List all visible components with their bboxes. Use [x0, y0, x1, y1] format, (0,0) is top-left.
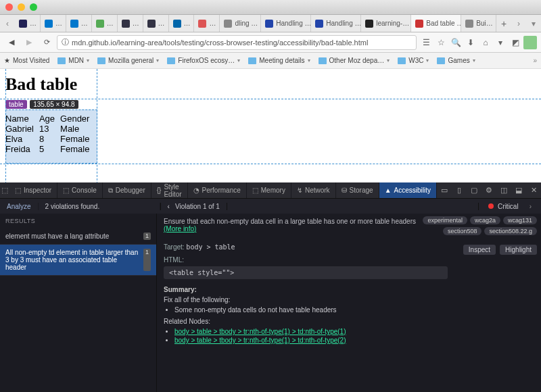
fix-item: Some non-empty data cells do not have ta… — [174, 306, 534, 314]
bookmark-label: Most Visited — [13, 57, 49, 64]
browser-tab[interactable]: Handling … — [311, 15, 361, 32]
close-devtools-icon[interactable]: ✕ — [526, 182, 541, 198]
bookmark-item[interactable]: Meeting details▾ — [248, 57, 310, 64]
reader-mode-icon[interactable]: ☰ — [419, 36, 433, 49]
fix-label: Fix all of the following: — [164, 296, 534, 303]
table-cell: Female — [60, 134, 95, 144]
bookmark-item[interactable]: MDN▾ — [57, 57, 89, 64]
bookmark-label: MDN — [68, 57, 84, 64]
new-tab-button[interactable]: + — [496, 15, 511, 32]
browser-tab[interactable]: Handling … — [261, 15, 311, 32]
tab-label: Debugger — [116, 187, 145, 194]
download-icon[interactable]: ⬇ — [464, 36, 477, 49]
browser-tab[interactable]: … — [169, 15, 195, 32]
bookmark-item[interactable]: Other Moz depa…▾ — [319, 57, 390, 64]
nav-forward-button[interactable]: ▶ — [22, 35, 37, 50]
pocket-icon[interactable]: ▾ — [494, 36, 507, 49]
violation-rule[interactable]: element must have a lang attribute1 — [0, 228, 156, 245]
dock-bottom-icon[interactable]: ⬓ — [511, 182, 526, 198]
devtools-panel: ⬚ ⬚Inspector⬚Console⧉Debugger{}Style Edi… — [0, 182, 541, 392]
browser-tab[interactable]: … — [92, 15, 118, 32]
related-nodes-label: Related Nodes: — [164, 318, 534, 325]
bookmark-item[interactable]: Mozilla general▾ — [97, 57, 159, 64]
hamburger-menu-icon[interactable] — [523, 36, 537, 49]
device-tablet-icon[interactable]: ▢ — [467, 182, 481, 198]
rule-count: 1 — [143, 232, 151, 240]
zoom-window-button[interactable] — [30, 3, 37, 11]
accessibility-subbar: Analyze 2 violations found. ‹ Violation … — [0, 199, 541, 214]
browser-tab[interactable]: … — [118, 15, 143, 32]
devtools-tab-accessibility[interactable]: ▲Accessibility — [379, 182, 437, 198]
related-node-link[interactable]: body > table > tbody > tr:nth-of-type(1)… — [174, 328, 346, 335]
analyze-button[interactable]: Analyze — [0, 203, 39, 210]
search-icon[interactable]: 🔍 — [449, 36, 463, 49]
browser-tab[interactable]: Bad table … — [411, 15, 461, 32]
tab-scroll-left[interactable]: ‹ — [0, 15, 15, 32]
table-cell: Gabriel — [5, 124, 39, 134]
bookmark-item[interactable]: FirefoxOS ecosy…▾ — [167, 57, 240, 64]
bookmarks-overflow[interactable]: » — [533, 57, 537, 64]
devtools-tab-inspector[interactable]: ⬚Inspector — [9, 182, 57, 198]
devtools-tab-debugger[interactable]: ⧉Debugger — [103, 182, 151, 198]
bookmark-item[interactable]: ★Most Visited — [4, 57, 49, 64]
browser-tab[interactable]: … — [194, 15, 220, 32]
rule-count: 1 — [143, 249, 151, 271]
table-cell: Male — [60, 124, 95, 134]
devtools-tab-console[interactable]: ⬚Console — [57, 182, 103, 198]
results-header: RESULTS — [0, 214, 156, 228]
devtools-tab-network[interactable]: ↯Network — [291, 182, 336, 198]
violation-rule[interactable]: All non-empty td element in table larger… — [0, 245, 156, 276]
browser-tab[interactable]: … — [66, 15, 92, 32]
bookmarks-toolbar: ★Most VisitedMDN▾Mozilla general▾Firefox… — [0, 53, 541, 69]
more-info-link[interactable]: (More info) — [164, 225, 196, 232]
critical-dot-icon — [488, 203, 494, 209]
tab-list-dropdown[interactable]: ▾ — [526, 15, 541, 32]
dock-side-icon[interactable]: ◫ — [496, 182, 511, 198]
browser-tab[interactable]: learning-… — [361, 15, 411, 32]
device-phone-icon[interactable]: ▯ — [452, 182, 467, 198]
browser-tab[interactable]: Bui… — [461, 15, 496, 32]
screenshot-icon[interactable]: ◩ — [509, 36, 522, 49]
summary-label: Summary: — [164, 286, 534, 293]
reload-button[interactable]: ⟳ — [39, 35, 54, 50]
folder-icon — [248, 57, 256, 64]
tab-icon: ⬚ — [63, 187, 69, 194]
settings-gear-icon[interactable]: ⚙ — [481, 182, 496, 198]
violation-prev[interactable]: ‹ — [168, 203, 170, 210]
tab-label: Handling … — [326, 20, 361, 27]
bookmark-star-icon[interactable]: ☆ — [434, 36, 448, 49]
bookmark-item[interactable]: Games▾ — [437, 57, 475, 64]
browser-tab[interactable]: … — [15, 15, 41, 32]
violation-details: experimentalwcag2awcag131section508secti… — [157, 214, 541, 392]
table-cell: Female — [60, 144, 95, 154]
address-bar[interactable]: ⓘ mdn.github.io/learning-area/tools/test… — [57, 35, 417, 50]
responsive-design-icon[interactable]: ▭ — [437, 182, 452, 198]
nav-back-button[interactable]: ◀ — [4, 35, 19, 50]
close-window-button[interactable] — [5, 3, 13, 11]
tab-label: … — [30, 20, 37, 27]
folder-icon — [437, 57, 445, 64]
tab-scroll-right[interactable]: › — [511, 15, 526, 32]
pick-element-icon[interactable]: ⬚ — [0, 182, 9, 198]
related-node-link[interactable]: body > table > tbody > tr:nth-of-type(1)… — [174, 337, 346, 344]
bookmark-label: Other Moz depa… — [329, 57, 385, 64]
rule-tag: experimental — [423, 216, 467, 224]
highlight-button[interactable]: Highlight — [500, 245, 537, 255]
minimize-window-button[interactable] — [18, 3, 25, 11]
bookmark-item[interactable]: W3C▾ — [398, 57, 429, 64]
browser-tab[interactable]: dling … — [220, 15, 261, 32]
browser-tab[interactable]: … — [41, 15, 66, 32]
tab-label: … — [81, 20, 88, 27]
devtools-tab-storage[interactable]: ⛁Storage — [336, 182, 379, 198]
violations-count: 2 violations found. — [39, 203, 160, 210]
tab-label: Console — [72, 187, 97, 194]
violation-next[interactable]: › — [530, 203, 532, 210]
devtools-tab-performance[interactable]: ◔Performance — [188, 182, 247, 198]
site-info-icon[interactable]: ⓘ — [62, 37, 69, 47]
browser-tab[interactable]: … — [143, 15, 169, 32]
devtools-tab-memory[interactable]: ⬚Memory — [247, 182, 291, 198]
inspect-button[interactable]: Inspect — [463, 245, 496, 255]
tab-label: … — [107, 20, 114, 27]
home-icon[interactable]: ⌂ — [479, 36, 492, 49]
devtools-tab-style-editor[interactable]: {}Style Editor — [151, 182, 188, 198]
